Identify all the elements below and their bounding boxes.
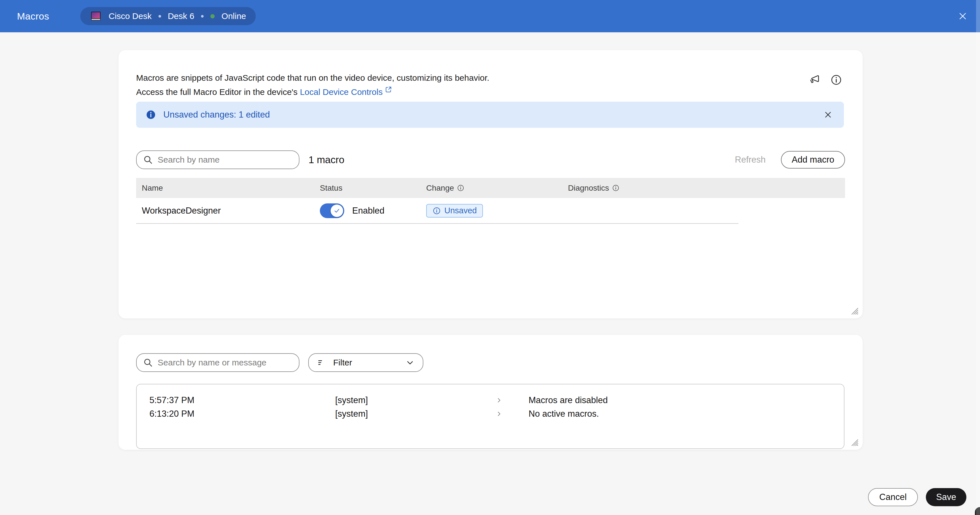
banner-message: Unsaved changes: 1 edited xyxy=(163,109,270,120)
log-output: 5:57:37 PM [system] Macros are disabled … xyxy=(136,384,845,449)
macros-description: Macros are snippets of JavaScript code t… xyxy=(136,72,490,98)
close-icon xyxy=(958,11,967,22)
local-device-controls-link[interactable]: Local Device Controls xyxy=(300,87,383,97)
search-icon xyxy=(143,358,153,369)
macro-status-label: Enabled xyxy=(352,206,385,216)
macros-card: Macros are snippets of JavaScript code t… xyxy=(119,50,862,319)
chevron-down-icon xyxy=(405,358,415,368)
log-source: [system] xyxy=(335,409,493,419)
log-search xyxy=(136,353,299,372)
external-link-icon xyxy=(385,84,392,97)
description-line-2: Access the full Macro Editor in the devi… xyxy=(136,84,490,98)
separator-dot-icon xyxy=(159,15,161,17)
log-source: [system] xyxy=(335,395,493,406)
top-bar: Macros Cisco Desk Desk 6 Online xyxy=(0,0,980,32)
log-entry: 5:57:37 PM [system] Macros are disabled xyxy=(150,393,844,407)
online-status-dot-icon xyxy=(210,14,215,18)
log-message: Macros are disabled xyxy=(528,395,844,406)
unsaved-changes-banner: Unsaved changes: 1 edited xyxy=(136,102,844,128)
log-entry: 6:13:20 PM [system] No active macros. xyxy=(150,407,844,421)
resize-handle-icon[interactable] xyxy=(850,437,859,448)
footer-actions: Cancel Save xyxy=(868,488,966,506)
log-expand-button[interactable] xyxy=(493,395,505,406)
filter-dropdown[interactable]: Filter xyxy=(308,353,423,372)
logs-card: Filter 5:57:37 PM [system] Macros are di… xyxy=(119,335,862,450)
toggle-knob xyxy=(331,204,343,217)
info-icon xyxy=(433,206,441,215)
resize-handle-icon[interactable] xyxy=(850,306,859,316)
macro-search-input[interactable] xyxy=(136,151,299,169)
info-button[interactable] xyxy=(830,73,843,86)
filter-label: Filter xyxy=(333,358,352,368)
column-header-status: Status xyxy=(320,184,426,193)
column-header-diagnostics: Diagnostics xyxy=(568,184,845,193)
macros-panel: Macros Cisco Desk Desk 6 Online xyxy=(0,0,980,515)
chevron-right-icon xyxy=(495,396,503,404)
log-message: No active macros. xyxy=(528,409,844,419)
megaphone-icon xyxy=(808,74,820,86)
banner-close-button[interactable] xyxy=(822,108,834,121)
info-icon xyxy=(830,74,842,86)
cancel-button[interactable]: Cancel xyxy=(868,488,918,506)
filter-icon xyxy=(317,358,326,367)
info-icon[interactable] xyxy=(457,184,465,192)
check-icon xyxy=(333,207,341,215)
macro-table-row[interactable]: WorkspaceDesigner Enabled Unsaved xyxy=(136,198,738,224)
close-panel-button[interactable] xyxy=(956,10,969,23)
device-status: Online xyxy=(221,11,246,21)
device-monitor-icon xyxy=(90,10,102,22)
log-time: 5:57:37 PM xyxy=(150,395,335,406)
macro-change-cell: Unsaved xyxy=(426,204,568,217)
logs-toolbar: Filter xyxy=(136,353,423,372)
unsaved-badge-label: Unsaved xyxy=(444,206,477,215)
log-expand-button[interactable] xyxy=(493,408,505,420)
macro-search xyxy=(136,151,299,169)
info-filled-icon xyxy=(146,109,156,120)
log-time: 6:13:20 PM xyxy=(150,409,335,419)
macro-count: 1 macro xyxy=(309,154,344,165)
page-title: Macros xyxy=(17,11,49,22)
chevron-right-icon xyxy=(495,410,503,418)
column-header-change: Change xyxy=(426,184,568,193)
close-icon xyxy=(824,110,832,120)
column-header-name: Name xyxy=(142,184,320,193)
description-line-1: Macros are snippets of JavaScript code t… xyxy=(136,72,490,84)
device-name: Cisco Desk xyxy=(108,11,152,21)
macros-toolbar: 1 macro Refresh Add macro xyxy=(136,151,845,169)
macro-enabled-toggle[interactable] xyxy=(320,203,344,218)
add-macro-button[interactable]: Add macro xyxy=(781,151,845,168)
device-selector-pill[interactable]: Cisco Desk Desk 6 Online xyxy=(80,7,256,25)
refresh-button[interactable]: Refresh xyxy=(729,155,772,165)
search-icon xyxy=(143,155,153,166)
macro-status-cell: Enabled xyxy=(320,203,426,218)
scrollbar[interactable] xyxy=(976,0,980,515)
card-action-icons xyxy=(808,73,843,86)
unsaved-badge: Unsaved xyxy=(426,204,483,217)
separator-dot-icon xyxy=(201,15,204,17)
save-button[interactable]: Save xyxy=(926,488,966,506)
macros-table-header: Name Status Change Diagnostics xyxy=(136,178,845,198)
info-icon[interactable] xyxy=(612,184,620,192)
macro-name: WorkspaceDesigner xyxy=(142,206,320,216)
device-model: Desk 6 xyxy=(168,11,194,21)
log-search-input[interactable] xyxy=(136,353,299,372)
feedback-button[interactable] xyxy=(808,73,821,86)
